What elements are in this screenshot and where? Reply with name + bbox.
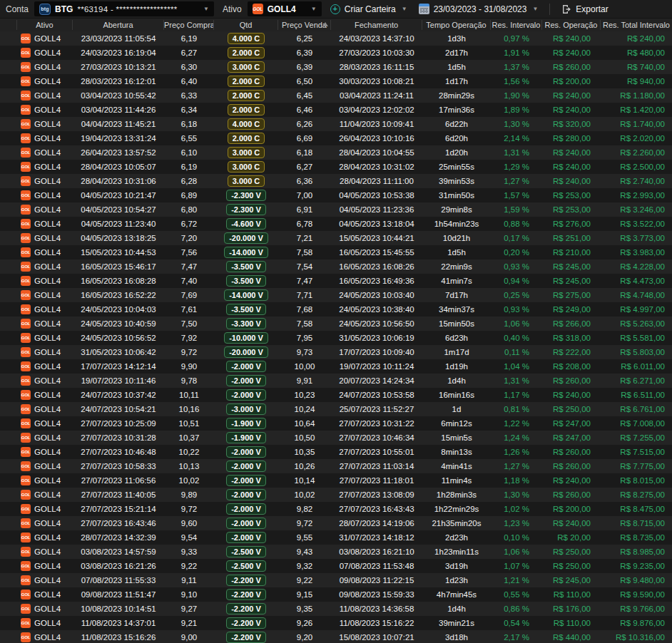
table-row[interactable]: GOL GOLL4 09/08/2023 11:51:47 9,10 -2.20… (0, 587, 672, 602)
tempo-operacao-cell: 6d22h (422, 120, 491, 128)
header-preco-venda[interactable]: Preço Venda (278, 20, 331, 30)
fechamento-cell: 26/04/2023 10:10:16 (331, 134, 422, 143)
ticker-label: GOLL4 (34, 148, 61, 157)
header-abertura[interactable]: Abertura (73, 20, 164, 30)
table-row[interactable]: GOL GOLL4 28/04/2023 10:31:06 6,28 3.000… (0, 174, 672, 188)
qtd-cell: -2.000 V (214, 532, 278, 543)
table-row[interactable]: GOL GOLL4 04/05/2023 10:54:27 6,80 -2.30… (0, 202, 672, 217)
table-row[interactable]: GOL GOLL4 17/07/2023 14:12:14 9,90 -2.00… (0, 359, 672, 374)
tempo-operacao-cell: 1d5h (422, 63, 491, 71)
table-row[interactable]: GOL GOLL4 04/05/2023 13:18:25 7,20 -20.0… (0, 231, 672, 245)
qtd-badge: 2.000 C (228, 133, 265, 144)
header-res-intervalo[interactable]: Res. Intervalo (491, 20, 542, 30)
qtd-cell: 3.000 C (214, 61, 278, 73)
asset-cell: GOL GOLL4 (17, 62, 73, 72)
table-row[interactable]: GOL GOLL4 16/05/2023 16:52:22 7,69 -14.0… (0, 288, 672, 302)
qtd-badge: -2.300 V (226, 204, 266, 215)
table-row[interactable]: GOL GOLL4 31/05/2023 10:06:42 9,72 -20.0… (0, 345, 672, 359)
table-row[interactable]: GOL GOLL4 28/04/2023 10:05:07 6,19 3.000… (0, 160, 672, 174)
qtd-badge: -2.200 V (226, 575, 266, 586)
plus-circle-icon: + (330, 4, 340, 14)
preco-venda-cell: 7,21 (278, 234, 331, 242)
header-res-total-intervalo[interactable]: Res. Total Intervalo (601, 20, 672, 30)
tempo-operacao-cell: 15min5s (422, 433, 491, 442)
asset-cell: GOL GOLL4 (17, 219, 73, 229)
table-row[interactable]: GOL GOLL4 15/05/2023 10:44:53 7,56 -14.0… (0, 245, 672, 259)
table-row[interactable]: GOL GOLL4 27/07/2023 15:21:14 9,72 -2.00… (0, 502, 672, 516)
res-total-intervalo-cell: R$ 4.748,00 (601, 291, 672, 299)
header-qtd[interactable]: Qtd (214, 20, 278, 30)
gol-logo-icon: GOL (21, 347, 31, 357)
abertura-cell: 24/05/2023 10:04:03 (73, 305, 164, 314)
ticker-label: GOLL4 (34, 134, 61, 143)
table-row[interactable]: GOL GOLL4 03/08/2023 16:21:26 9,22 -2.50… (0, 559, 672, 573)
table-row[interactable]: GOL GOLL4 04/05/2023 10:21:47 6,89 -2.30… (0, 188, 672, 202)
table-row[interactable]: GOL GOLL4 16/05/2023 15:46:17 7,47 -3.50… (0, 259, 672, 274)
gol-logo-icon: GOL (21, 91, 31, 101)
table-row[interactable]: GOL GOLL4 03/04/2023 10:55:42 6,33 2.000… (0, 88, 672, 103)
gol-logo-icon: GOL (21, 433, 31, 443)
header-preco-compra[interactable]: Preço Compra (164, 20, 214, 30)
table-row[interactable]: GOL GOLL4 03/08/2023 14:57:59 9,33 -2.50… (0, 545, 672, 559)
exportar-label: Exportar (576, 4, 608, 14)
table-row[interactable]: GOL GOLL4 26/04/2023 13:57:52 6,10 3.000… (0, 145, 672, 160)
asset-cell: GOL GOLL4 (17, 490, 73, 500)
table-row[interactable]: GOL GOLL4 04/04/2023 11:45:21 6,18 4.000… (0, 117, 672, 131)
table-header: Ativo Abertura Preço Compra Qtd Preço Ve… (0, 19, 672, 31)
table-row[interactable]: GOL GOLL4 27/07/2023 11:40:05 9,89 -2.00… (0, 488, 672, 502)
preco-venda-cell: 6,39 (278, 48, 331, 57)
tempo-operacao-cell: 1d17h (422, 77, 491, 86)
table-row[interactable]: GOL GOLL4 27/03/2023 10:13:21 6,30 3.000… (0, 60, 672, 74)
table-row[interactable]: GOL GOLL4 27/07/2023 10:46:48 10,22 -2.0… (0, 445, 672, 459)
table-row[interactable]: GOL GOLL4 28/03/2023 16:12:01 6,40 2.000… (0, 74, 672, 88)
table-row[interactable]: GOL GOLL4 04/05/2023 11:23:40 6,72 -4.60… (0, 217, 672, 231)
preco-compra-cell: 10,37 (164, 433, 214, 442)
table-row[interactable]: GOL GOLL4 27/07/2023 16:43:46 9,60 -2.00… (0, 516, 672, 530)
asset-cell: GOL GOLL4 (17, 575, 73, 585)
header-res-operacao[interactable]: Res. Operação (542, 20, 601, 30)
criar-carteira-button[interactable]: + Criar Carteira ▼ (327, 1, 410, 17)
preco-compra-cell: 7,50 (164, 319, 214, 328)
table-row[interactable]: GOL GOLL4 27/07/2023 10:25:09 10,51 -1.9… (0, 416, 672, 431)
table-row[interactable]: GOL GOLL4 11/08/2023 14:37:01 9,21 -2.20… (0, 616, 672, 630)
res-total-intervalo-cell: R$ 740,00 (601, 63, 672, 71)
abertura-cell: 26/04/2023 13:57:52 (73, 148, 164, 157)
date-range-picker[interactable]: 23/03/2023 - 31/08/2023 ▼ (416, 1, 541, 17)
fechamento-cell: 03/08/2023 16:21:10 (331, 547, 422, 556)
ticker-label: GOLL4 (34, 348, 61, 356)
fechamento-cell: 24/05/2023 10:56:50 (331, 319, 422, 328)
preco-compra-cell: 9,21 (164, 619, 214, 627)
table-row[interactable]: GOL GOLL4 19/07/2023 10:11:46 9,78 -2.00… (0, 374, 672, 388)
table-row[interactable]: GOL GOLL4 23/03/2023 11:05:54 6,19 4.000… (0, 31, 672, 46)
table-row[interactable]: GOL GOLL4 27/07/2023 11:06:56 10,02 -2.0… (0, 473, 672, 488)
table-row[interactable]: GOL GOLL4 03/04/2023 11:44:26 6,34 2.000… (0, 103, 672, 117)
table-row[interactable]: GOL GOLL4 28/07/2023 14:32:39 9,54 -2.00… (0, 530, 672, 545)
header-select-column[interactable] (0, 20, 17, 30)
account-dropdown[interactable]: btg BTG **63194 - ****************** ▼ (34, 1, 214, 16)
exportar-button[interactable]: Exportar (559, 1, 611, 17)
header-ativo[interactable]: Ativo (17, 20, 73, 30)
table-row[interactable]: GOL GOLL4 27/07/2023 10:58:33 10,13 -2.0… (0, 459, 672, 473)
table-row[interactable]: GOL GOLL4 11/08/2023 15:16:26 9,00 -2.20… (0, 630, 672, 643)
table-row[interactable]: GOL GOLL4 19/04/2023 13:31:24 6,55 2.000… (0, 131, 672, 145)
table-row[interactable]: GOL GOLL4 24/07/2023 10:54:21 10,16 -3.0… (0, 402, 672, 416)
abertura-cell: 16/05/2023 16:08:28 (73, 277, 164, 285)
header-fechamento[interactable]: Fechamento (331, 20, 422, 30)
table-row[interactable]: GOL GOLL4 24/05/2023 10:56:52 7,92 -10.0… (0, 331, 672, 345)
fechamento-cell: 28/04/2023 10:04:55 (331, 148, 422, 157)
res-operacao-cell: R$ 266,00 (542, 319, 601, 328)
table-row[interactable]: GOL GOLL4 16/05/2023 16:08:28 7,40 -3.50… (0, 274, 672, 288)
table-row[interactable]: GOL GOLL4 10/08/2023 10:14:51 9,27 -2.20… (0, 602, 672, 616)
table-row[interactable]: GOL GOLL4 24/05/2023 10:40:59 7,50 -3.30… (0, 317, 672, 331)
header-tempo-operacao[interactable]: Tempo Operação (422, 20, 491, 30)
table-row[interactable]: GOL GOLL4 07/08/2023 11:55:33 9,11 -2.20… (0, 573, 672, 587)
table-row[interactable]: GOL GOLL4 24/07/2023 10:37:42 10,11 -2.0… (0, 388, 672, 402)
table-row[interactable]: GOL GOLL4 27/07/2023 10:31:28 10,37 -1.9… (0, 431, 672, 445)
res-intervalo-cell: 1,17 % (491, 391, 542, 399)
qtd-badge: -3.500 V (226, 275, 266, 287)
qtd-badge: -2.500 V (226, 546, 266, 557)
table-row[interactable]: GOL GOLL4 24/03/2023 16:19:04 6,27 2.000… (0, 46, 672, 60)
asset-dropdown[interactable]: GOL GOLL4 ▼ (248, 1, 322, 16)
table-row[interactable]: GOL GOLL4 24/05/2023 10:04:03 7,61 -3.50… (0, 302, 672, 317)
gol-logo-icon: GOL (21, 461, 31, 471)
